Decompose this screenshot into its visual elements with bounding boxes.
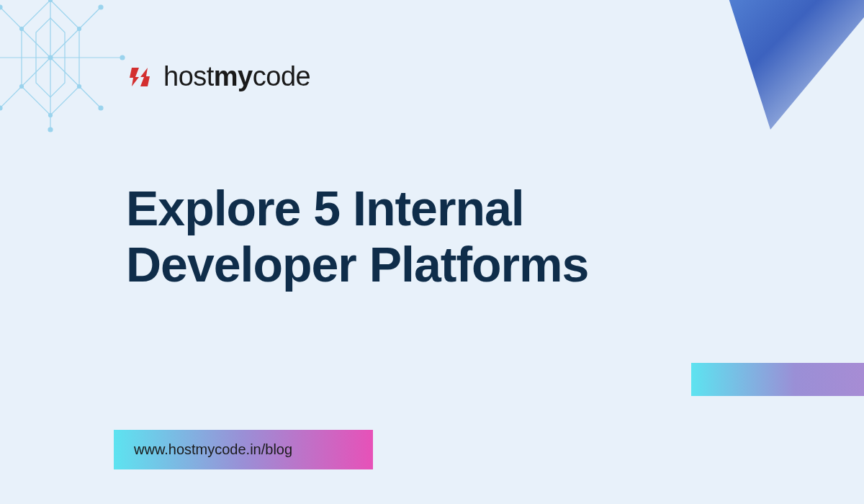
svg-point-20 xyxy=(48,55,53,60)
svg-point-14 xyxy=(49,0,53,2)
svg-point-15 xyxy=(78,27,81,31)
svg-point-19 xyxy=(20,27,24,31)
svg-point-16 xyxy=(78,85,81,89)
accent-bar-decoration xyxy=(691,363,864,396)
svg-point-12 xyxy=(99,5,103,9)
page-headline: Explore 5 Internal Developer Platforms xyxy=(126,180,738,292)
logo-text-part2: code xyxy=(253,61,310,91)
logo-text-part1: host xyxy=(163,61,214,91)
svg-point-18 xyxy=(20,85,24,89)
snowflake-decoration xyxy=(0,0,130,137)
svg-point-7 xyxy=(48,127,53,132)
svg-point-9 xyxy=(120,55,125,60)
logo-text-bold: my xyxy=(214,61,253,91)
url-bar: www.hostmycode.in/blog xyxy=(114,430,373,469)
svg-point-10 xyxy=(0,5,2,9)
logo-icon xyxy=(126,62,156,92)
svg-point-17 xyxy=(49,114,53,117)
brand-logo: hostmycode xyxy=(126,61,310,92)
svg-marker-21 xyxy=(720,0,864,130)
url-text: www.hostmycode.in/blog xyxy=(134,441,353,458)
triangle-decoration xyxy=(677,0,864,144)
svg-point-11 xyxy=(99,106,103,110)
logo-text: hostmycode xyxy=(163,61,310,92)
svg-point-13 xyxy=(0,106,2,110)
